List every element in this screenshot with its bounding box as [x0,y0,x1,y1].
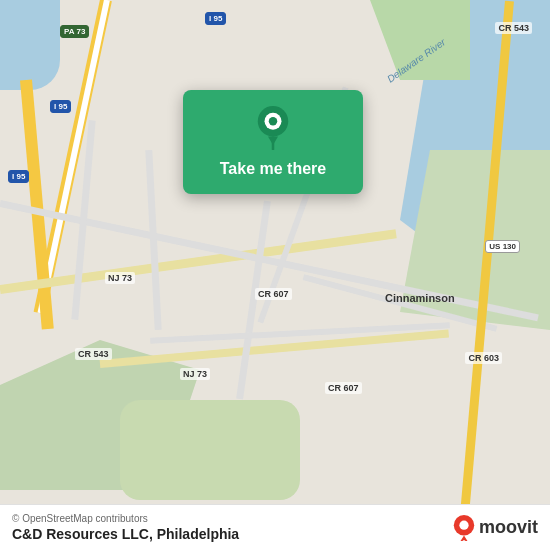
green-park-bottom-center [120,400,300,500]
bottom-bar: © OpenStreetMap contributors C&D Resourc… [0,504,550,550]
moovit-pin-icon [453,515,475,541]
label-nj73-2: NJ 73 [180,368,210,380]
label-cinnaminson: Cinnaminson [385,292,455,304]
svg-point-5 [459,520,468,529]
map-container: PA 73 I 95 I 95 I 95 NJ 73 NJ 73 CR 543 … [0,0,550,550]
moovit-logo: moovit [453,515,538,541]
label-cr543-right: CR 543 [495,22,532,34]
location-pin-icon [251,106,295,150]
svg-point-2 [269,117,277,125]
moovit-label: moovit [479,517,538,538]
label-cr543-left: CR 543 [75,348,112,360]
copyright-text: © OpenStreetMap contributors [12,513,239,524]
label-i95-left: I 95 [8,170,29,183]
bottom-info: © OpenStreetMap contributors C&D Resourc… [12,513,239,542]
popup-card: Take me there [183,90,363,194]
water-upper-left [0,0,60,90]
label-cr607-1: CR 607 [255,288,292,300]
label-us130: US 130 [485,240,520,253]
label-i95-top: I 95 [205,12,226,25]
label-cr603: CR 603 [465,352,502,364]
take-me-there-button[interactable]: Take me there [220,160,326,178]
label-i95-mid: I 95 [50,100,71,113]
location-title: C&D Resources LLC, Philadelphia [12,526,239,542]
svg-marker-3 [268,136,278,144]
label-pa73: PA 73 [60,25,89,38]
label-nj73-1: NJ 73 [105,272,135,284]
label-cr607-2: CR 607 [325,382,362,394]
